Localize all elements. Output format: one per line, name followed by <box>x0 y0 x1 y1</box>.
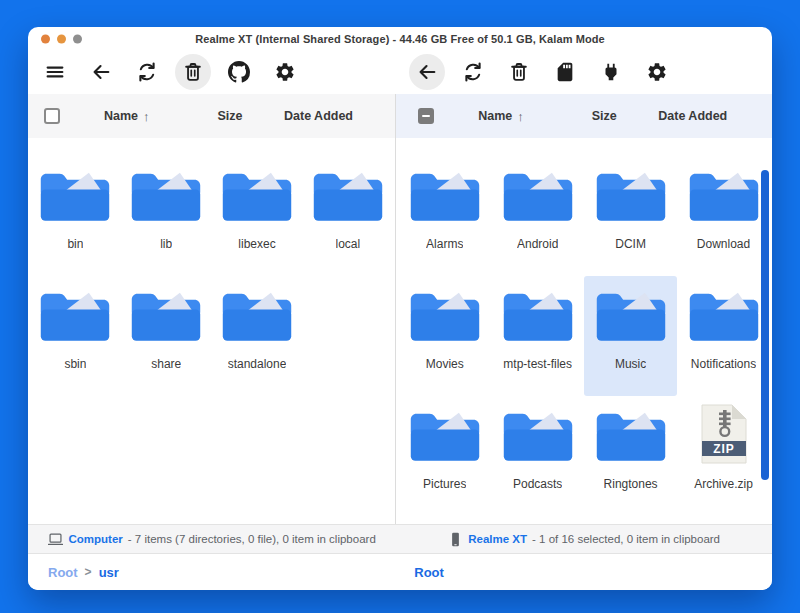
sort-ascending-icon[interactable]: ↑ <box>143 109 150 124</box>
file-item[interactable]: mtp-test-files <box>491 276 584 396</box>
file-item-label: Download <box>697 237 750 251</box>
file-panes: Name ↑ Size Date Added bin lib libexec l… <box>28 94 772 524</box>
file-item[interactable]: libexec <box>212 156 303 276</box>
minimize-window-button[interactable] <box>57 34 66 43</box>
close-window-button[interactable] <box>41 34 50 43</box>
desktop-background: Realme XT (Internal Shared Storage) - 44… <box>0 0 800 613</box>
local-status: Computer - 7 items (7 directories, 0 fil… <box>28 532 396 547</box>
file-item[interactable]: sbin <box>30 276 121 396</box>
file-item[interactable]: Podcasts <box>491 396 584 516</box>
device-refresh-button[interactable] <box>450 52 496 92</box>
device-back-button[interactable] <box>404 52 450 92</box>
file-item[interactable]: Notifications <box>677 276 770 396</box>
device-file-grid: Alarms Android DCIM Download Movies mtp-… <box>396 138 772 524</box>
folder-icon <box>501 164 575 224</box>
file-item-label: Ringtones <box>604 477 658 491</box>
file-item[interactable]: Archive.zip <box>677 396 770 516</box>
date-added-column-header[interactable]: Date Added <box>270 109 395 123</box>
file-item[interactable]: Pictures <box>398 396 491 516</box>
local-refresh-button[interactable] <box>124 52 170 92</box>
file-item-label: bin <box>67 237 83 251</box>
file-item[interactable]: Ringtones <box>584 396 677 516</box>
breadcrumb-row: Root > usr Root <box>28 554 772 590</box>
name-column-label: Name <box>478 109 512 123</box>
folder-icon <box>38 284 112 344</box>
file-item[interactable]: local <box>302 156 393 276</box>
local-device-link[interactable]: Computer <box>68 533 122 545</box>
gear-icon <box>274 61 296 83</box>
status-bar: Computer - 7 items (7 directories, 0 fil… <box>28 524 772 554</box>
local-delete-button[interactable] <box>170 52 216 92</box>
breadcrumb-current-folder[interactable]: usr <box>99 565 119 580</box>
folder-icon <box>687 284 761 344</box>
refresh-icon <box>136 61 158 83</box>
file-item-label: Archive.zip <box>694 477 753 491</box>
local-settings-button[interactable] <box>262 52 308 92</box>
device-settings-button[interactable] <box>634 52 680 92</box>
file-item[interactable]: standalone <box>212 276 303 396</box>
smartphone-icon <box>448 532 463 547</box>
file-item-label: lib <box>160 237 172 251</box>
storage-select-button[interactable] <box>542 52 588 92</box>
device-list-header: Name ↑ Size Date Added <box>396 94 772 138</box>
sort-ascending-icon[interactable]: ↑ <box>517 109 524 124</box>
file-item[interactable]: bin <box>30 156 121 276</box>
file-item-label: Alarms <box>426 237 463 251</box>
date-added-column-header[interactable]: Date Added <box>644 109 772 123</box>
file-item-label: libexec <box>238 237 275 251</box>
github-button[interactable] <box>216 52 262 92</box>
file-item[interactable]: Alarms <box>398 156 491 276</box>
folder-icon <box>311 164 385 224</box>
folder-icon <box>408 284 482 344</box>
vertical-scrollbar-thumb[interactable] <box>761 170 769 480</box>
file-item-label: local <box>336 237 361 251</box>
breadcrumb-root-link[interactable]: Root <box>414 565 444 580</box>
file-item[interactable]: share <box>121 276 212 396</box>
device-delete-button[interactable] <box>496 52 542 92</box>
local-toolbar <box>28 50 396 94</box>
file-item[interactable]: Download <box>677 156 770 276</box>
size-column-header[interactable]: Size <box>564 109 644 123</box>
folder-icon <box>220 284 294 344</box>
file-item-label: share <box>151 357 181 371</box>
local-back-button[interactable] <box>78 52 124 92</box>
file-item[interactable]: Android <box>491 156 584 276</box>
folder-icon <box>594 284 668 344</box>
sd-card-icon <box>554 61 576 83</box>
file-item-label: mtp-test-files <box>503 357 572 371</box>
select-all-checkbox-indeterminate[interactable] <box>418 108 434 124</box>
title-bar[interactable]: Realme XT (Internal Shared Storage) - 44… <box>28 27 772 50</box>
file-item[interactable]: DCIM <box>584 156 677 276</box>
name-column-header[interactable]: Name ↑ <box>80 109 190 124</box>
local-pane: Name ↑ Size Date Added bin lib libexec l… <box>28 94 396 524</box>
file-item-label: sbin <box>64 357 86 371</box>
file-item[interactable]: Movies <box>398 276 491 396</box>
folder-icon <box>501 404 575 464</box>
app-window: Realme XT (Internal Shared Storage) - 44… <box>28 27 772 590</box>
refresh-icon <box>462 61 484 83</box>
name-column-label: Name <box>104 109 138 123</box>
name-column-header[interactable]: Name ↑ <box>454 109 564 124</box>
file-item-label: standalone <box>228 357 287 371</box>
select-all-checkbox[interactable] <box>44 108 60 124</box>
device-link[interactable]: Realme XT <box>468 533 527 545</box>
size-column-header[interactable]: Size <box>190 109 270 123</box>
laptop-icon <box>48 532 63 547</box>
file-item-label: Notifications <box>691 357 756 371</box>
local-status-summary: - 7 items (7 directories, 0 file), 0 ite… <box>128 533 376 545</box>
disconnect-button[interactable] <box>588 52 634 92</box>
device-toolbar <box>396 50 772 94</box>
menu-button[interactable] <box>32 52 78 92</box>
zoom-window-button[interactable] <box>73 34 82 43</box>
file-item[interactable]: lib <box>121 156 212 276</box>
file-item-selected[interactable]: Music <box>584 276 677 396</box>
folder-icon <box>687 164 761 224</box>
folder-icon <box>38 164 112 224</box>
folder-icon <box>408 164 482 224</box>
breadcrumb-root-link[interactable]: Root <box>48 565 78 580</box>
back-arrow-icon <box>90 61 112 83</box>
file-item-label: Music <box>615 357 646 371</box>
local-list-header: Name ↑ Size Date Added <box>28 94 395 138</box>
window-title: Realme XT (Internal Shared Storage) - 44… <box>195 33 605 45</box>
file-item-label: Android <box>517 237 558 251</box>
